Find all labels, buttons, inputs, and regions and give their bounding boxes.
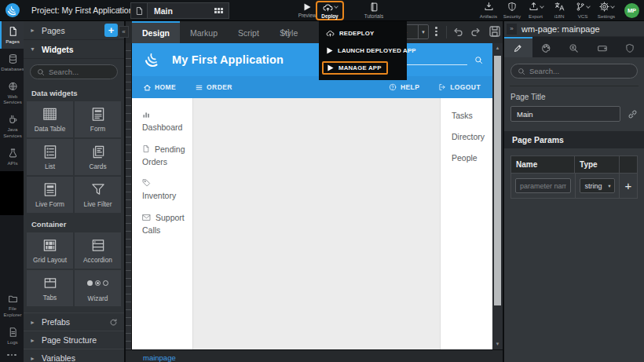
widget-tile-accordion[interactable]: Accordion xyxy=(75,232,121,269)
prefabs-section[interactable]: ► Prefabs xyxy=(24,313,124,331)
page-tab-mainpage[interactable]: mainpage xyxy=(143,353,176,362)
undo-button[interactable] xyxy=(452,26,464,38)
widget-tile-form[interactable]: Form xyxy=(75,101,121,137)
scroll-down-icon[interactable]: ▼ xyxy=(492,342,503,346)
nav-order[interactable]: ORDER xyxy=(196,83,232,91)
list-item-tasks[interactable]: Tasks xyxy=(452,111,492,120)
bind-link-icon[interactable] xyxy=(628,109,638,119)
wavemaker-logo-icon[interactable] xyxy=(5,2,20,21)
inspector-title: wm-page: mainpage xyxy=(521,24,600,34)
widget-tile-live-form[interactable]: Live Form xyxy=(27,177,73,213)
menu-item-pending-orders[interactable]: Pending Orders xyxy=(142,143,188,169)
widget-tile-live-filter[interactable]: Live Filter xyxy=(75,177,121,213)
design-canvas[interactable]: My First Application HOME ORDER xyxy=(132,43,492,349)
tab-search-replace[interactable] xyxy=(560,37,588,57)
page-grid-icon[interactable] xyxy=(214,8,223,13)
tab-script[interactable]: Script xyxy=(228,21,269,43)
widgets-section-header[interactable]: ▼ Widgets xyxy=(24,40,124,59)
list-item-people[interactable]: People xyxy=(452,153,492,163)
search-icon[interactable] xyxy=(474,56,483,64)
menu-item-manage-app[interactable]: MANAGE APP xyxy=(319,59,407,76)
page-selector[interactable]: Main xyxy=(130,2,229,19)
variables-section[interactable]: ► Variables xyxy=(24,349,124,362)
sidebar-item-logs[interactable]: Logs xyxy=(0,322,24,349)
canvas-scrollbar[interactable]: ▲ ▼ xyxy=(492,43,503,349)
sidebar-item-apis[interactable]: APIs xyxy=(0,143,24,170)
tab-device[interactable] xyxy=(588,37,617,57)
nav-logout[interactable]: LOGOUT xyxy=(438,83,481,91)
menu-item-redeploy[interactable]: REDEPLOY xyxy=(319,24,407,42)
binding-icon[interactable]: {x} xyxy=(281,21,290,43)
i18n-button[interactable]: i18N xyxy=(547,2,571,19)
list-item-directory[interactable]: Directory xyxy=(452,132,492,141)
widget-tile-cards[interactable]: Cards xyxy=(75,139,121,175)
app-header[interactable]: My First Application xyxy=(132,43,492,76)
menu-item-inventory[interactable]: Inventory xyxy=(142,177,188,203)
redo-button[interactable] xyxy=(470,26,481,38)
chevron-down-icon xyxy=(586,4,591,9)
add-page-button[interactable]: + xyxy=(104,24,118,37)
scroll-up-icon[interactable]: ▲ xyxy=(492,46,503,50)
page-file-icon xyxy=(131,3,148,18)
refresh-icon[interactable] xyxy=(109,318,118,327)
vcs-button[interactable]: VCS xyxy=(571,2,595,19)
flask-icon xyxy=(8,148,18,159)
property-search-input[interactable]: Search... xyxy=(510,64,638,79)
redo-icon xyxy=(470,26,481,38)
sidebar-item-databases[interactable]: Databases xyxy=(0,49,24,76)
sidebar-item-java-services[interactable]: Java Services xyxy=(0,109,24,143)
sidebar-item-file-explorer[interactable]: File Explorer xyxy=(0,289,24,322)
add-param-button[interactable]: + xyxy=(625,180,632,192)
tutorials-button[interactable]: Tutorials xyxy=(357,2,390,20)
security-button[interactable]: Security xyxy=(500,2,524,19)
export-button[interactable]: Export xyxy=(524,2,547,19)
save-icon xyxy=(488,25,501,38)
tab-properties[interactable] xyxy=(504,37,532,57)
tag-icon xyxy=(142,178,151,187)
widget-tile-data-table[interactable]: Data Table xyxy=(27,101,73,137)
expand-panel-button[interactable]: » xyxy=(507,24,517,35)
editor-area: « Design Markup Script Style {x} - Canva… xyxy=(126,21,503,362)
artifacts-button[interactable]: Artifacts xyxy=(477,2,500,19)
menu-item-launch-deployed-app[interactable]: LAUNCH DEPLOYED APP xyxy=(319,42,407,59)
tab-markup[interactable]: Markup xyxy=(180,21,228,43)
editor-toolbar: Design Markup Script Style {x} - Canvas … xyxy=(126,21,503,43)
widget-tile-tabs[interactable]: Tabs xyxy=(27,270,73,306)
tab-design[interactable]: Design xyxy=(132,21,180,43)
chevron-down-icon xyxy=(334,4,338,9)
widget-search-input[interactable]: Search... xyxy=(30,64,118,79)
collapse-left-panel-button[interactable]: « xyxy=(119,26,129,38)
app-title: My First Application xyxy=(172,53,284,66)
device-icon xyxy=(597,43,608,53)
sidebar-item-web-services[interactable]: Web Services xyxy=(0,76,24,110)
tab-security[interactable] xyxy=(616,37,644,57)
widget-tile-grid-layout[interactable]: Grid Layout xyxy=(27,232,73,269)
deploy-button[interactable]: Deploy xyxy=(316,1,344,20)
menu-item-dashboard[interactable]: Dashboard xyxy=(142,108,188,134)
app-nav: HOME ORDER HELP LOGOUT xyxy=(132,76,492,98)
page-title-input[interactable] xyxy=(510,106,620,122)
nav-help[interactable]: HELP xyxy=(389,83,419,91)
tab-styles[interactable] xyxy=(532,37,561,57)
param-type-select[interactable]: string ▼ xyxy=(580,178,615,193)
menu-item-support-calls[interactable]: Support Calls xyxy=(142,211,188,237)
grid-layout-icon xyxy=(42,238,58,253)
page-title-label: Page Title xyxy=(510,93,638,101)
user-avatar[interactable]: MP xyxy=(624,3,639,18)
more-options-icon[interactable] xyxy=(0,349,24,362)
cloud-upload-icon xyxy=(326,30,335,37)
pages-section-header[interactable]: ► Pages + xyxy=(24,21,124,40)
more-menu-icon[interactable] xyxy=(435,27,437,36)
save-button[interactable] xyxy=(488,25,501,38)
collapsed-arrow-icon: ► xyxy=(30,320,35,325)
logout-icon xyxy=(438,83,446,91)
page-structure-section[interactable]: ► Page Structure xyxy=(24,331,124,349)
scrollbar-thumb[interactable] xyxy=(494,56,501,305)
play-icon xyxy=(326,47,333,54)
widget-tile-list[interactable]: List xyxy=(27,139,73,175)
widget-tile-wizard[interactable]: Wizard xyxy=(75,270,121,306)
nav-home[interactable]: HOME xyxy=(144,83,176,91)
param-name-input[interactable] xyxy=(515,178,571,193)
settings-button[interactable]: Settings xyxy=(595,2,618,19)
sidebar-item-pages[interactable]: Pages xyxy=(0,21,24,49)
